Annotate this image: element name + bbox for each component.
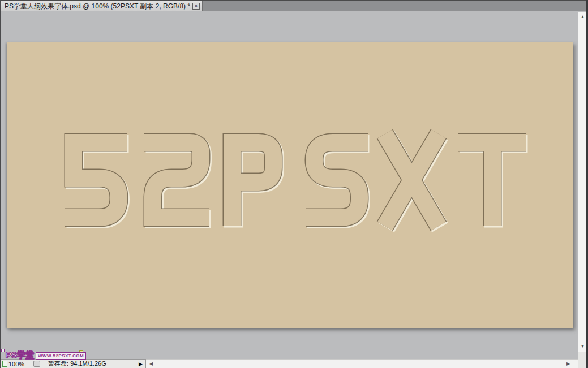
status-menu-arrow-icon[interactable]: ▶ bbox=[139, 360, 143, 368]
horizontal-scrollbar[interactable]: ◀ ▶ bbox=[146, 359, 578, 368]
vertical-scrollbar[interactable]: ▲ ▼ bbox=[578, 12, 586, 352]
document-tab[interactable]: PS学堂大纲效果字体.psd @ 100% (52PSXT 副本 2, RGB/… bbox=[1, 1, 203, 11]
canvas-workspace bbox=[1, 12, 578, 359]
document-mini-icon bbox=[2, 361, 7, 367]
photoshop-document-window: PS学堂大纲效果字体.psd @ 100% (52PSXT 副本 2, RGB/… bbox=[0, 0, 588, 368]
letter-P bbox=[232, 142, 275, 228]
letter-2 bbox=[144, 142, 211, 219]
letter-T bbox=[458, 142, 528, 228]
letter-S bbox=[306, 142, 370, 219]
scroll-left-icon[interactable]: ◀ bbox=[147, 360, 155, 368]
scratch-disk-label: 暂存盘: bbox=[48, 360, 68, 367]
scratch-disk-value: 94.1M/1.26G bbox=[70, 360, 106, 367]
scroll-down-icon[interactable]: ▼ bbox=[578, 343, 587, 350]
zoom-level-field[interactable]: 100% bbox=[8, 361, 28, 367]
scratch-disk-icon bbox=[33, 361, 40, 367]
close-icon[interactable]: × bbox=[192, 3, 200, 10]
scrollbar-corner bbox=[578, 352, 586, 368]
image-canvas[interactable] bbox=[7, 42, 573, 328]
window-left-border bbox=[0, 0, 1, 368]
document-tab-bar: PS学堂大纲效果字体.psd @ 100% (52PSXT 副本 2, RGB/… bbox=[0, 0, 588, 11]
status-bar: 100% 暂存盘: 94.1M/1.26G ▶ bbox=[1, 359, 146, 368]
letter-5 bbox=[65, 142, 129, 219]
scroll-right-icon[interactable]: ▶ bbox=[564, 360, 572, 368]
scroll-up-icon[interactable]: ▲ bbox=[578, 13, 587, 21]
letter-X bbox=[385, 134, 440, 228]
embossed-text-52psxt bbox=[7, 42, 573, 328]
scratch-disk-status: 暂存盘: 94.1M/1.26G bbox=[48, 360, 106, 368]
document-title: PS学堂大纲效果字体.psd @ 100% (52PSXT 副本 2, RGB/… bbox=[5, 2, 190, 11]
